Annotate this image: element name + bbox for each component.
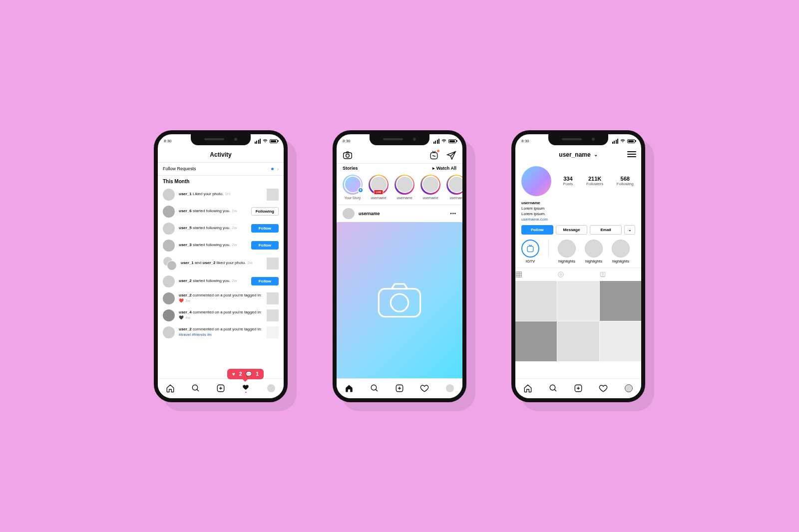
story-item[interactable]: LIVE username [369, 175, 389, 200]
home-icon[interactable] [523, 384, 532, 393]
grid-cell[interactable] [600, 281, 641, 321]
photo-thumb[interactable] [267, 309, 279, 321]
activity-icon[interactable] [241, 384, 250, 393]
follow-button[interactable]: Follow [251, 224, 279, 233]
home-icon[interactable] [345, 384, 354, 393]
chevron-down-icon[interactable]: ⌄ [594, 152, 598, 157]
post-header[interactable]: username ••• [337, 205, 462, 222]
add-post-icon[interactable] [574, 384, 583, 393]
highlight-separator [548, 240, 549, 258]
activity-row[interactable]: user_6 started following you.1w Followin… [158, 203, 284, 220]
more-options-icon[interactable]: ••• [450, 211, 456, 216]
search-icon[interactable] [370, 384, 379, 393]
activity-hashtags[interactable]: #travel #friends #n [179, 332, 212, 337]
message-button[interactable]: Message [556, 225, 588, 235]
avatar[interactable] [163, 292, 175, 304]
bio-link[interactable]: username.com [521, 217, 548, 222]
post-username[interactable]: username [359, 211, 380, 216]
direct-message-icon[interactable] [446, 151, 456, 160]
avatar[interactable] [163, 309, 175, 321]
photo-thumb[interactable] [267, 258, 279, 269]
grid-cell[interactable] [557, 281, 599, 321]
activity-row[interactable]: user_4 commented on a post you're tagged… [158, 307, 284, 324]
watch-all-button[interactable]: ▸ Watch All [432, 166, 456, 171]
your-story[interactable]: + Your Story [343, 175, 363, 200]
stories-row[interactable]: + Your Story LIVE username username user… [337, 173, 462, 205]
avatar[interactable] [163, 189, 175, 201]
search-icon[interactable] [549, 384, 558, 393]
activity-row[interactable]: user_1 and user_2 liked your photo.2w [158, 254, 284, 273]
stat-followers[interactable]: 211KFollowers [586, 176, 603, 186]
story-label: usernam [449, 196, 462, 200]
activity-action: commented on a post you're tagged in: [193, 310, 262, 314]
story-item[interactable]: usernam [446, 175, 462, 200]
story-item[interactable]: username [395, 175, 414, 200]
activity-row[interactable]: user_2 commented on a post you're tagged… [158, 290, 284, 307]
stat-label: Followers [586, 182, 603, 186]
igtv-icon[interactable] [429, 150, 438, 160]
feed-tab[interactable] [557, 268, 599, 281]
profile-picture[interactable] [521, 166, 551, 196]
profile-icon[interactable] [267, 384, 276, 393]
highlight-item[interactable]: highlights [585, 240, 603, 264]
notification-bubble[interactable]: ♥2 💬1 [227, 369, 264, 379]
activity-time: 1m [225, 192, 230, 196]
follow-button[interactable]: Follow [521, 225, 553, 235]
follow-button[interactable]: Follow [251, 277, 279, 285]
suggested-users-button[interactable]: ⌄ [624, 225, 635, 235]
email-button[interactable]: Email [590, 225, 622, 235]
photo-thumb[interactable] [267, 292, 279, 304]
activity-row[interactable]: user_5 started following you.2w Follow [158, 220, 284, 237]
story-label: username [371, 196, 386, 200]
activity-row[interactable]: user_2 commented on a post you're tagged… [158, 324, 284, 341]
grid-cell[interactable] [600, 321, 641, 361]
menu-icon[interactable] [627, 151, 636, 157]
post-image[interactable] [337, 222, 462, 378]
avatar[interactable] [163, 240, 175, 252]
activity-icon[interactable] [420, 384, 429, 393]
avatar[interactable] [163, 206, 175, 218]
photo-thumb[interactable] [267, 189, 279, 201]
phone-feed: 8:30 Stories ▸ Watch All [333, 130, 466, 402]
svg-point-14 [602, 273, 604, 275]
stat-following[interactable]: 568Following [617, 176, 634, 186]
highlight-label: highlights [585, 259, 602, 264]
highlight-label: highlights [612, 259, 629, 264]
profile-handle[interactable]: user_name [559, 151, 590, 158]
following-button[interactable]: Following [251, 207, 279, 216]
follow-requests-row[interactable]: Follow Requests › [158, 163, 284, 175]
add-post-icon[interactable] [395, 384, 404, 393]
stat-posts[interactable]: 334Posts [563, 176, 573, 186]
avatar[interactable] [163, 326, 175, 338]
grid-cell[interactable] [515, 321, 557, 361]
this-month-label: This Month [158, 176, 284, 186]
tagged-tab[interactable] [599, 268, 641, 281]
grid-cell[interactable] [515, 281, 557, 321]
grid-cell[interactable] [557, 321, 599, 361]
avatar[interactable] [163, 223, 175, 235]
camera-icon[interactable] [343, 151, 353, 160]
activity-icon[interactable] [599, 384, 608, 393]
avatar-pair[interactable] [163, 257, 177, 270]
activity-row[interactable]: user_1 Liked your photo.1m [158, 186, 284, 203]
grid-tab[interactable] [515, 268, 557, 281]
activity-time: 1w [232, 209, 237, 213]
avatar[interactable] [163, 275, 175, 287]
home-icon[interactable] [166, 384, 175, 393]
add-post-icon[interactable] [216, 384, 225, 393]
highlight-item[interactable]: highlights [558, 240, 576, 264]
follow-button[interactable]: Follow [251, 241, 279, 250]
activity-user: user_5 [179, 226, 192, 230]
activity-row[interactable]: user_2 started following you.2w Follow [158, 273, 284, 290]
photo-thumb[interactable] [267, 326, 279, 338]
highlight-igtv[interactable]: IGTV [521, 240, 539, 264]
svg-rect-9 [527, 247, 533, 252]
profile-icon[interactable] [624, 384, 633, 393]
search-icon[interactable] [191, 384, 200, 393]
avatar[interactable] [343, 208, 355, 219]
highlight-item[interactable]: highlights [612, 240, 630, 264]
story-item[interactable]: username [420, 175, 440, 200]
add-story-icon[interactable]: + [358, 187, 364, 193]
activity-row[interactable]: user_3 started following you.2w Follow [158, 237, 284, 254]
profile-icon[interactable] [445, 384, 454, 393]
